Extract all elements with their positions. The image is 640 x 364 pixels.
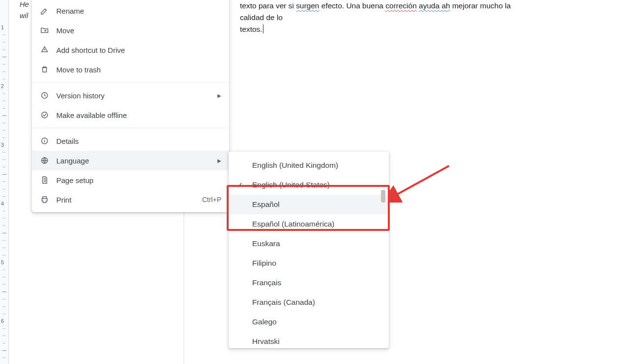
ruler-tick — [2, 130, 5, 131]
menu-label: Language — [56, 157, 217, 165]
menu-label: Move to trash — [56, 66, 221, 74]
menu-item-print[interactable]: Print Ctrl+P — [32, 190, 229, 209]
document-body[interactable]: texto para ver si surgen efecto. Una bue… — [240, 0, 514, 35]
menu-label: Make available offline — [56, 111, 221, 119]
menu-item-add-shortcut[interactable]: Add shortcut to Drive — [32, 40, 229, 60]
ruler-tick — [2, 299, 5, 299]
drive-shortcut-icon — [40, 45, 49, 55]
language-label: Français — [252, 278, 281, 287]
grammar-underline[interactable]: surgen — [296, 1, 319, 10]
menu-item-language[interactable]: Language ▶ — [32, 151, 229, 170]
ruler-tick — [2, 284, 5, 285]
language-label: English (United States) — [252, 181, 330, 189]
ruler-number: 6 — [1, 318, 4, 324]
language-label: Hrvatski — [252, 337, 280, 346]
scrollbar-thumb[interactable] — [381, 190, 385, 203]
ruler-tick — [2, 270, 5, 270]
language-option-hr[interactable]: Hrvatski — [229, 332, 389, 351]
submenu-arrow-icon: ▶ — [217, 158, 221, 163]
ruler-tick — [2, 71, 5, 72]
history-icon — [40, 91, 49, 100]
doc-frag: efecto. Una buena — [319, 1, 385, 10]
menu-item-page-setup[interactable]: Page setup — [32, 170, 229, 190]
language-label: Filipino — [252, 259, 276, 268]
menu-label: Rename — [56, 7, 221, 15]
file-menu: Rename Move Add shortcut to Drive Move t… — [32, 0, 229, 212]
language-label: Galego — [252, 318, 277, 326]
menu-label: Add shortcut to Drive — [56, 46, 221, 54]
language-option-fr-ca[interactable]: Français (Canada) — [229, 293, 389, 312]
language-option-es-la[interactable]: Español (Latinoamérica) — [229, 214, 389, 234]
ruler-tick — [2, 218, 5, 219]
language-label: Español — [252, 200, 280, 209]
language-option-gl[interactable]: Galego — [229, 312, 389, 332]
ruler-tick — [2, 196, 5, 197]
submenu-arrow-icon: ▶ — [217, 93, 221, 98]
page-icon — [40, 175, 49, 185]
ruler-tick — [2, 233, 6, 233]
ruler-tick — [2, 64, 5, 65]
language-option-es[interactable]: Español — [229, 195, 389, 214]
ruler-tick — [2, 49, 5, 50]
ruler-tick — [2, 108, 5, 109]
menu-item-offline[interactable]: Make available offline — [32, 105, 229, 125]
ruler-tick — [2, 137, 5, 138]
language-option-fr[interactable]: Français — [229, 273, 389, 293]
ruler-number: 1 — [1, 24, 4, 30]
menu-item-trash[interactable]: Move to trash — [32, 60, 229, 79]
text-cursor — [263, 24, 263, 33]
clipped-text: He wil — [20, 0, 29, 21]
menu-item-version-history[interactable]: Version history ▶ — [32, 86, 229, 105]
ruler-tick — [2, 115, 6, 116]
svg-point-1 — [42, 112, 47, 118]
language-option-en-gb[interactable]: English (United Kingdom) — [229, 156, 389, 175]
pencil-icon — [40, 6, 49, 16]
ruler-tick — [2, 248, 5, 248]
ruler-number: 4 — [1, 201, 4, 206]
ruler-number: 2 — [1, 83, 4, 89]
language-label: Español (Latinoamérica) — [252, 220, 334, 228]
ruler-tick — [2, 277, 5, 277]
ruler-tick — [2, 57, 6, 57]
ruler-tick — [2, 93, 5, 94]
ruler-tick — [2, 189, 5, 189]
ruler-tick — [2, 167, 5, 167]
ruler-tick — [2, 226, 5, 226]
menu-label: Print — [56, 196, 202, 204]
ruler-tick — [2, 306, 5, 307]
ruler-tick — [2, 314, 5, 314]
ruler-tick — [2, 174, 6, 175]
language-option-fil[interactable]: Filipino — [229, 253, 389, 273]
clipped-line-1: He — [20, 0, 29, 8]
ruler-tick — [2, 35, 5, 35]
menu-item-details[interactable]: Details — [32, 131, 229, 151]
ruler-tick — [2, 152, 5, 153]
ruler-tick — [2, 343, 5, 343]
menu-shortcut: Ctrl+P — [202, 196, 221, 204]
folder-move-icon — [40, 25, 49, 35]
trash-icon — [40, 65, 49, 74]
menu-label: Page setup — [56, 176, 221, 184]
ruler-tick — [2, 336, 5, 336]
clipped-line-2: wil — [20, 11, 28, 20]
language-option-en-us[interactable]: ✓ English (United States) — [229, 175, 389, 195]
language-option-eu[interactable]: Euskara — [229, 234, 389, 253]
ruler-tick — [2, 292, 6, 292]
language-label: English (United Kingdom) — [252, 161, 338, 170]
doc-frag: textos. — [240, 25, 262, 33]
grammar-underline[interactable]: ayuda ah — [419, 1, 450, 10]
ruler-tick — [2, 182, 5, 182]
info-icon — [40, 136, 49, 146]
language-label: Français (Canada) — [252, 298, 315, 307]
ruler-number: 3 — [1, 142, 4, 148]
menu-item-move[interactable]: Move — [32, 21, 229, 40]
menu-item-rename[interactable]: Rename — [32, 1, 229, 21]
ruler-tick — [2, 101, 5, 101]
doc-frag: texto para ver si — [240, 1, 296, 10]
svg-line-4 — [395, 166, 449, 196]
vertical-ruler: 123456 — [0, 0, 9, 364]
ruler-tick — [2, 350, 6, 351]
spell-underline[interactable]: correción — [385, 1, 417, 10]
annotation-arrow — [389, 163, 452, 203]
ruler-tick — [2, 159, 5, 160]
